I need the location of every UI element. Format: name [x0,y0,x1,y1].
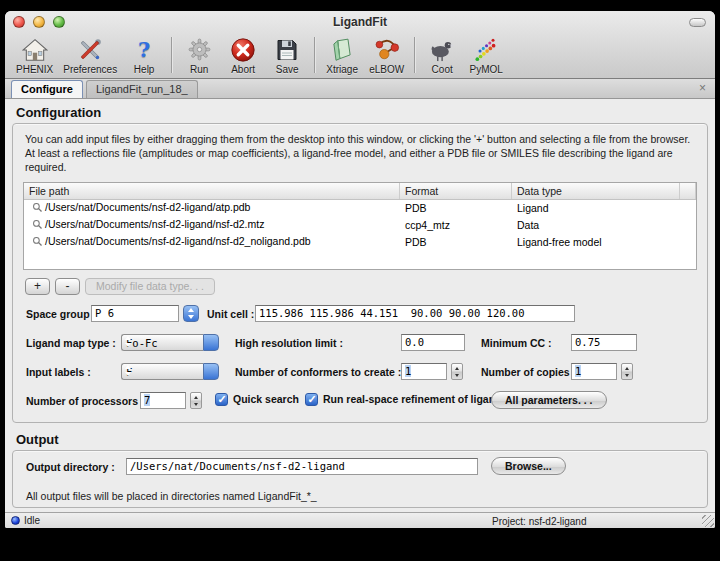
checkbox-checked-icon[interactable] [215,393,228,406]
run-button[interactable]: Run [177,36,221,75]
conformers-spinner[interactable] [451,363,463,380]
status-dot-icon [11,516,20,525]
toolbar-separator [314,37,315,73]
toolbar: PHENIX Preferences ? Help R [5,33,715,78]
output-directory-row: Output directory : /Users/nat/Documents/… [23,458,697,477]
coot-button[interactable]: Coot [420,36,464,75]
copies-label: Number of copies : [481,366,576,378]
magnifier-icon [32,236,43,249]
column-header-data-type[interactable]: Data type [512,183,680,199]
file-data-type: Ligand [512,202,680,214]
high-resolution-limit-field[interactable]: 0.0 [401,334,465,351]
titlebar[interactable]: LigandFit [5,11,715,33]
input-labels-label: Input labels : [26,366,91,378]
input-files-table[interactable]: File path Format Data type /Users/nat/Do… [23,182,697,270]
file-format: PDB [400,202,512,214]
toolbar-item-label: Coot [432,64,453,75]
column-header-format[interactable]: Format [400,183,512,199]
table-row[interactable]: /Users/nat/Documents/nsf-d2-ligand/nsf-d… [24,217,696,234]
minimum-cc-field[interactable]: 0.75 [571,334,637,351]
phenix-button[interactable]: PHENIX [11,36,58,75]
xtriage-button[interactable]: Xtriage [320,36,364,75]
file-path: /Users/nat/Documents/nsf-d2-ligand/nsf-d… [45,235,311,247]
column-header-file-path[interactable]: File path [24,183,400,199]
table-header-row: File path Format Data type [24,183,696,200]
preferences-button[interactable]: Preferences [58,36,122,75]
toolbar-item-label: eLBOW [369,64,404,75]
file-format: ccp4_mtz [400,219,512,231]
molecule-icon [374,36,400,63]
remove-file-button[interactable]: - [55,278,80,295]
table-row[interactable]: /Users/nat/Documents/nsf-d2-ligand/atp.p… [24,200,696,217]
modify-file-data-type-button: Modify file data type. . . [85,278,215,295]
browse-button[interactable]: Browse... [491,457,566,475]
quick-search-checkbox-group[interactable]: Quick search [215,393,299,406]
table-button-row: + - Modify file data type. . . [25,278,697,295]
space-group-field[interactable]: P 6 [91,305,179,322]
table-row[interactable]: /Users/nat/Documents/nsf-d2-ligand/nsf-d… [24,234,696,251]
space-group-label: Space group : [26,308,96,320]
all-parameters-button[interactable]: All parameters. . . [491,391,607,409]
save-button[interactable]: Save [265,36,309,75]
tab-bar: Configure LigandFit_run_18_ × [5,79,715,99]
conformers-label: Number of conformers to create : [235,366,401,378]
file-data-type: Data [512,219,680,231]
high-resolution-limit-label: High resolution limit : [235,337,343,349]
minimum-cc-label: Minimum CC : [481,337,552,349]
add-file-button[interactable]: + [25,278,50,295]
processors-field[interactable]: 7 [140,392,186,409]
space-group-row: Space group : P 6 Unit cell : 115.986 11… [23,305,697,324]
output-directory-label: Output directory : [26,461,115,473]
abort-button[interactable]: Abort [221,36,265,75]
elbow-button[interactable]: eLBOW [364,36,409,75]
quick-search-label: Quick search [233,393,299,405]
processors-row: Number of processors : 7 Quick search Ru… [23,392,697,411]
project-label: Project: nsf-d2-ligand [492,516,587,527]
unit-cell-label: Unit cell : [207,308,254,320]
conformers-field[interactable]: 1 [401,363,447,380]
real-space-refinement-label: Run real-space refinement of ligand [323,393,502,405]
unit-cell-field[interactable]: 115.986 115.986 44.151 90.00 90.00 120.0… [255,305,575,322]
question-mark-icon: ? [138,36,150,63]
real-space-refinement-checkbox-group[interactable]: Run real-space refinement of ligand [305,393,502,406]
ligand-map-type-dropdown[interactable]: Fo-Fc [121,334,219,351]
help-button[interactable]: ? Help [122,36,166,75]
output-note: All output files will be placed in direc… [26,490,317,502]
gear-icon [187,36,212,63]
status-state: Idle [11,515,40,526]
chevron-updown-icon [203,334,219,351]
toolbar-toggle-button[interactable] [689,18,706,27]
ligand-map-type-row: Ligand map type : Fo-Fc High resolution … [23,334,697,353]
tab-configure[interactable]: Configure [11,80,83,98]
copies-field[interactable]: 1 [571,363,617,380]
output-panel: Output directory : /Users/nat/Documents/… [12,450,708,508]
file-format: PDB [400,236,512,248]
checkbox-checked-icon[interactable] [305,393,318,406]
tab-ligandfit-run-18[interactable]: LigandFit_run_18_ [86,80,198,98]
status-text: Idle [24,515,40,526]
rainbow-helix-icon [473,36,499,63]
window-chrome: LigandFit PHENIX Preferences ? [5,11,715,79]
processors-spinner[interactable] [190,392,202,409]
desktop: LigandFit PHENIX Preferences ? [0,0,720,561]
toolbar-item-label: PHENIX [16,64,53,75]
copies-spinner[interactable] [621,363,633,380]
toolbar-separator [171,37,172,73]
floppy-disk-icon [275,36,299,63]
toolbar-item-label: Xtriage [326,64,358,75]
space-group-stepper[interactable] [183,305,199,322]
output-directory-field[interactable]: /Users/nat/Documents/nsf-d2-ligand [126,458,478,475]
toolbar-item-label: Save [276,64,299,75]
column-header-spacer [680,183,696,199]
toolbar-item-label: Abort [231,64,255,75]
pymol-button[interactable]: PyMOL [464,36,508,75]
instructions-text: You can add input files by either draggi… [25,132,695,175]
output-header: Output [16,432,708,447]
input-labels-row: Input labels : F Number of conformers to… [23,363,697,382]
toolbar-item-label: Help [134,64,155,75]
resize-grip[interactable] [702,515,714,527]
magnifier-icon [32,202,43,215]
file-data-type: Ligand-free model [512,236,680,248]
input-labels-dropdown[interactable]: F [121,363,219,380]
close-icon[interactable]: × [699,82,706,94]
